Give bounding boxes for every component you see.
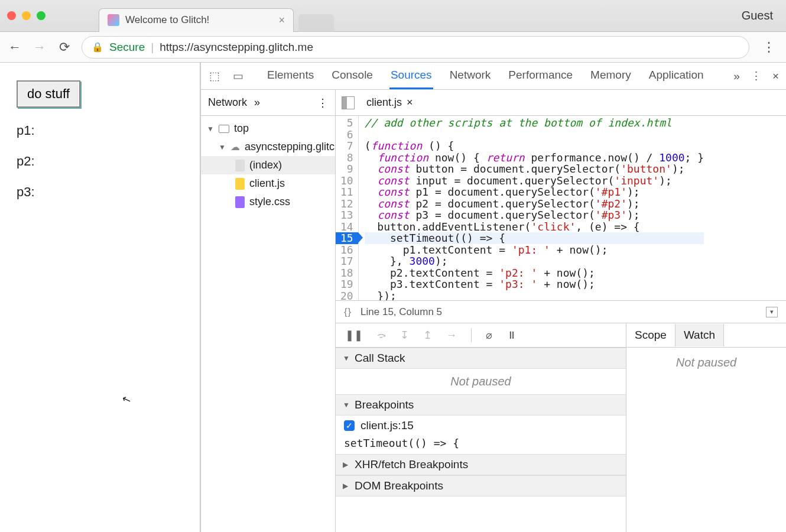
tab-scope[interactable]: Scope: [626, 324, 675, 346]
tree-file-clientjs[interactable]: client.js: [201, 174, 335, 193]
sources-editor: client.js × 5678910111213141516171819202…: [336, 90, 786, 532]
step-over-button[interactable]: ⤼: [377, 329, 386, 342]
breakpoint-item[interactable]: ✓ client.js:15: [336, 416, 626, 436]
scope-not-paused: Not paused: [626, 348, 786, 532]
close-window-button[interactable]: [7, 11, 16, 20]
section-call-stack[interactable]: ▼ Call Stack: [336, 348, 626, 369]
disclosure-triangle-icon[interactable]: ▼: [219, 143, 226, 151]
section-label: Breakpoints: [355, 398, 414, 411]
pretty-print-icon[interactable]: { }: [344, 306, 350, 318]
breakpoint-code: setTimeout(() => {: [336, 436, 626, 454]
p1-text: p1:: [17, 123, 183, 138]
profile-label[interactable]: Guest: [742, 9, 779, 22]
close-tab-icon[interactable]: ×: [278, 14, 285, 27]
document-icon: [235, 160, 245, 171]
sources-navigator: Network » ⋮ ▼ top ▼ ☁ asyncstepping.glit…: [201, 90, 336, 532]
navigator-overflow-icon[interactable]: »: [254, 96, 260, 109]
reload-button[interactable]: ⟳: [57, 40, 72, 55]
address-bar[interactable]: 🔒 Secure | https://asyncstepping.glitch.…: [82, 36, 749, 59]
page-content: do stuff p1: p2: p3:: [0, 63, 201, 532]
disclosure-triangle-icon[interactable]: ▼: [343, 354, 350, 362]
tab-title: Welcome to Glitch!: [125, 14, 272, 26]
step-button[interactable]: →: [446, 329, 457, 342]
editor-tabbar: client.js ×: [336, 90, 786, 116]
device-toggle-icon[interactable]: ▭: [232, 70, 245, 83]
panel-performance[interactable]: Performance: [507, 63, 574, 89]
deactivate-breakpoints-button[interactable]: ⌀: [486, 329, 492, 342]
code-editor[interactable]: 56789101112131415161718192021 // add oth…: [336, 116, 786, 300]
navigator-tab-network[interactable]: Network: [208, 96, 247, 109]
forward-button[interactable]: →: [32, 40, 47, 55]
p2-text: p2:: [17, 154, 183, 169]
section-breakpoints[interactable]: ▼ Breakpoints: [336, 394, 626, 416]
panel-network[interactable]: Network: [449, 63, 492, 89]
toggle-console-icon[interactable]: ▾: [766, 307, 778, 317]
panel-elements[interactable]: Elements: [266, 63, 315, 89]
window-controls: [7, 11, 46, 20]
tree-host[interactable]: ▼ ☁ asyncstepping.glitc: [201, 138, 335, 156]
section-dom-breakpoints[interactable]: ▶ DOM Breakpoints: [336, 475, 626, 497]
disclosure-triangle-icon[interactable]: ▼: [207, 125, 214, 133]
section-xhr-breakpoints[interactable]: ▶ XHR/fetch Breakpoints: [336, 454, 626, 475]
do-stuff-button[interactable]: do stuff: [17, 80, 80, 108]
back-button[interactable]: ←: [7, 40, 22, 55]
tree-top[interactable]: ▼ top: [201, 119, 335, 138]
editor-status-bar: { } Line 15, Column 5 ▾: [336, 300, 786, 323]
line-gutter[interactable]: 56789101112131415161718192021: [336, 116, 359, 300]
debugger-body: ▼ Call Stack Not paused ▼ Breakpoints ✓ …: [336, 348, 786, 532]
js-file-icon: [235, 178, 245, 190]
section-label: XHR/fetch Breakpoints: [355, 458, 468, 471]
cloud-icon: ☁: [230, 141, 240, 153]
debugger-left-pane: ▼ Call Stack Not paused ▼ Breakpoints ✓ …: [336, 348, 626, 532]
devtools-menu-icon[interactable]: ⋮: [751, 69, 762, 83]
navigator-menu-icon[interactable]: ⋮: [317, 96, 328, 109]
new-tab-button[interactable]: [298, 14, 334, 32]
close-icon[interactable]: ×: [407, 96, 413, 109]
tree-file-index[interactable]: (index): [201, 156, 335, 174]
browser-tab[interactable]: Welcome to Glitch! ×: [99, 8, 294, 32]
pause-button[interactable]: ❚❚: [345, 329, 363, 342]
url-separator: |: [151, 41, 154, 54]
call-stack-not-paused: Not paused: [336, 369, 626, 394]
panel-application[interactable]: Application: [648, 63, 705, 89]
breakpoint-label: client.js:15: [360, 419, 414, 432]
tree-file-stylecss[interactable]: style.css: [201, 193, 335, 211]
pause-on-exceptions-button[interactable]: ⏸: [506, 329, 517, 342]
cursor-position: Line 15, Column 5: [360, 306, 442, 318]
editor-tab-clientjs[interactable]: client.js ×: [360, 94, 419, 111]
breakpoint-checkbox[interactable]: ✓: [344, 420, 355, 431]
panel-console[interactable]: Console: [330, 63, 374, 89]
overflow-icon[interactable]: »: [733, 70, 740, 83]
secure-label: Secure: [109, 41, 145, 54]
tree-label: style.css: [249, 196, 290, 208]
disclosure-triangle-icon[interactable]: ▼: [343, 401, 350, 409]
browser-menu-button[interactable]: ⋮: [759, 40, 779, 55]
zoom-window-button[interactable]: [37, 11, 46, 20]
code-body[interactable]: // add other scripts at the bottom of in…: [359, 116, 704, 300]
tree-label: top: [234, 122, 249, 135]
tree-label: client.js: [249, 177, 285, 190]
p3-text: p3:: [17, 184, 183, 200]
scope-tabbar: Scope Watch: [626, 323, 724, 347]
tab-watch[interactable]: Watch: [675, 324, 724, 346]
frame-icon: [219, 125, 229, 133]
editor-tab-label: client.js: [366, 96, 402, 109]
panel-memory[interactable]: Memory: [589, 63, 632, 89]
toolbar: ← → ⟳ 🔒 Secure | https://asyncstepping.g…: [0, 32, 786, 63]
step-out-button[interactable]: ↥: [423, 329, 432, 342]
css-file-icon: [235, 196, 245, 208]
lock-icon: 🔒: [92, 41, 103, 53]
minimize-window-button[interactable]: [22, 11, 31, 20]
url-text: https://asyncstepping.glitch.me: [160, 41, 313, 54]
devtools-close-icon[interactable]: ×: [772, 70, 779, 83]
step-into-button[interactable]: ↧: [400, 329, 409, 342]
divider: [471, 328, 472, 342]
disclosure-triangle-icon[interactable]: ▶: [343, 482, 350, 490]
devtools-panels: Elements Console Sources Network Perform…: [266, 63, 705, 89]
disclosure-triangle-icon[interactable]: ▶: [343, 460, 350, 469]
panel-sources[interactable]: Sources: [389, 63, 433, 89]
favicon-icon: [108, 14, 119, 26]
inspect-icon[interactable]: ⬚: [208, 70, 221, 83]
debugger-toolbar: ❚❚ ⤼ ↧ ↥ → ⌀ ⏸ Scope Watch: [336, 323, 786, 348]
toggle-navigator-icon[interactable]: [342, 96, 355, 109]
